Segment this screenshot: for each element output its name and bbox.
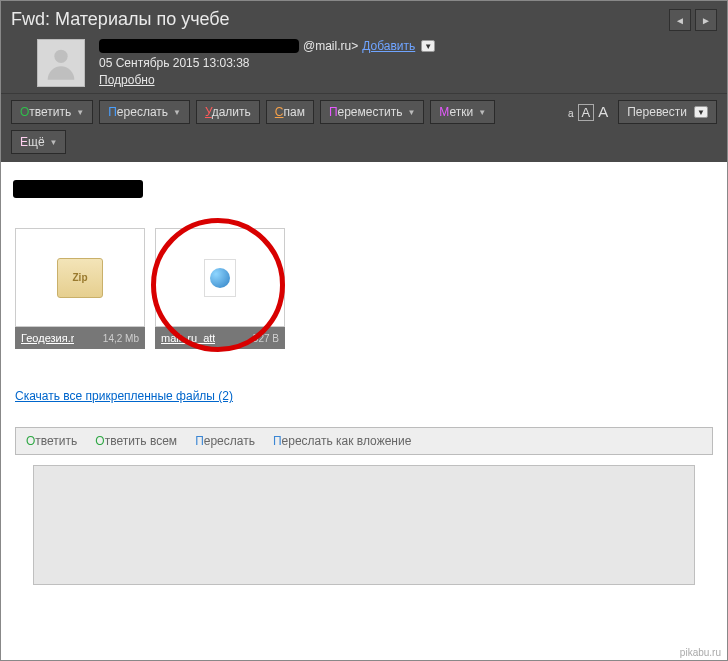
toolbar: Ответить▼ Переслать▼ Удалить Спам Переме…: [1, 93, 727, 162]
nav-arrows: ◄ ►: [669, 9, 717, 31]
sender-row: @mail.ru> Добавить ▼ 05 Сентябрь 2015 13…: [11, 39, 717, 87]
attachment-size: 14,2 Mb: [103, 333, 139, 344]
add-contact-link[interactable]: Добавить: [362, 39, 415, 53]
toolbar-left: Ответить▼ Переслать▼ Удалить Спам Переме…: [11, 100, 531, 154]
redacted-sender: [99, 39, 299, 53]
more-button[interactable]: Ещё▼: [11, 130, 66, 154]
chevron-down-icon: ▼: [76, 108, 84, 117]
chevron-down-icon: ▼: [694, 106, 708, 118]
font-large[interactable]: А: [598, 103, 608, 120]
reply-all-link[interactable]: Ответить всем: [95, 434, 177, 448]
forward-button[interactable]: Переслать▼: [99, 100, 190, 124]
attachments: Zip Геодезия.r 14,2 Mb mail_ru_att 527 B: [15, 228, 713, 349]
toolbar-right: а А А Перевести▼: [568, 100, 717, 124]
font-medium[interactable]: А: [578, 104, 595, 121]
email-subject: Fwd: Материалы по учебе: [11, 9, 229, 30]
attachment-item[interactable]: mail_ru_att 527 B: [155, 228, 285, 349]
font-small[interactable]: а: [568, 108, 574, 119]
reply-bar: Ответить Ответить всем Переслать Пересла…: [15, 427, 713, 455]
chevron-down-icon: ▼: [478, 108, 486, 117]
sender-domain: @mail.ru>: [303, 39, 358, 53]
chevron-down-icon: ▼: [173, 108, 181, 117]
chevron-down-icon: ▼: [50, 138, 58, 147]
spam-button[interactable]: Спам: [266, 100, 314, 124]
labels-button[interactable]: Метки▼: [430, 100, 495, 124]
avatar: [37, 39, 85, 87]
zip-icon: Zip: [57, 258, 103, 298]
attachment-item[interactable]: Zip Геодезия.r 14,2 Mb: [15, 228, 145, 349]
delete-button[interactable]: Удалить: [196, 100, 260, 124]
attachment-preview: [155, 228, 285, 327]
sender-meta: @mail.ru> Добавить ▼ 05 Сентябрь 2015 13…: [99, 39, 435, 87]
attachment-footer: mail_ru_att 527 B: [155, 327, 285, 349]
attachment-name[interactable]: mail_ru_att: [161, 332, 215, 344]
sender-name-line: @mail.ru> Добавить ▼: [99, 39, 435, 53]
attachment-size: 527 B: [253, 333, 279, 344]
email-body: Zip Геодезия.r 14,2 Mb mail_ru_att 527 B…: [1, 162, 727, 630]
font-size-group: а А А: [568, 103, 608, 121]
forward-attach-link[interactable]: Переслать как вложение: [273, 434, 411, 448]
reply-link[interactable]: Ответить: [26, 434, 77, 448]
reply-button[interactable]: Ответить▼: [11, 100, 93, 124]
subject-row: Fwd: Материалы по учебе ◄ ►: [11, 9, 717, 31]
details-link[interactable]: Подробно: [99, 73, 435, 87]
translate-button[interactable]: Перевести▼: [618, 100, 717, 124]
next-button[interactable]: ►: [695, 9, 717, 31]
email-window: Fwd: Материалы по учебе ◄ ► @mail.ru> До…: [0, 0, 728, 661]
watermark: pikabu.ru: [680, 647, 721, 658]
person-icon: [41, 43, 81, 83]
prev-button[interactable]: ◄: [669, 9, 691, 31]
forward-link[interactable]: Переслать: [195, 434, 255, 448]
email-header: Fwd: Материалы по учебе ◄ ► @mail.ru> До…: [1, 1, 727, 93]
redacted-body-text: [13, 180, 143, 198]
attachment-name[interactable]: Геодезия.r: [21, 332, 74, 344]
globe-icon: [204, 259, 236, 297]
add-dropdown-icon[interactable]: ▼: [421, 40, 435, 52]
chevron-down-icon: ▼: [407, 108, 415, 117]
email-date: 05 Сентябрь 2015 13:03:38: [99, 56, 435, 70]
move-button[interactable]: Переместить▼: [320, 100, 424, 124]
download-all-link[interactable]: Скачать все прикрепленные файлы (2): [15, 389, 233, 403]
compose-textarea[interactable]: [33, 465, 695, 585]
svg-point-0: [54, 50, 67, 63]
attachment-preview: Zip: [15, 228, 145, 327]
attachment-footer: Геодезия.r 14,2 Mb: [15, 327, 145, 349]
